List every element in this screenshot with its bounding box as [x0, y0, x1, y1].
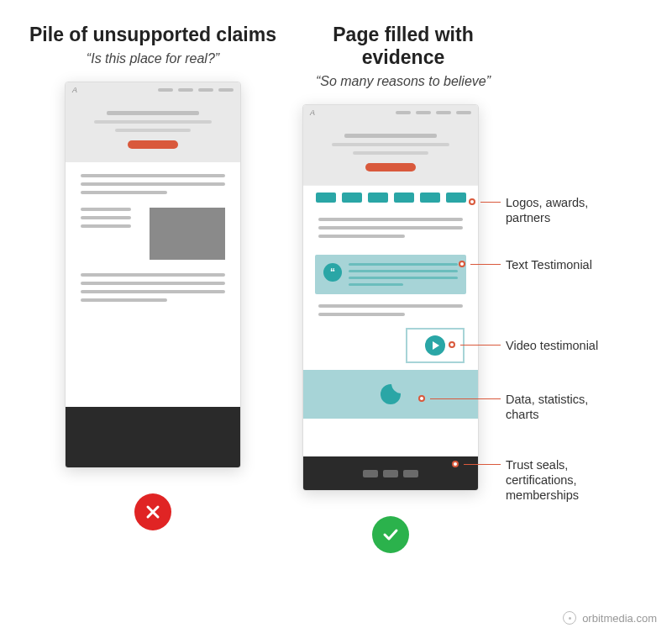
- source-credit: orbitmedia.com: [563, 611, 657, 625]
- hero-section: [66, 98, 240, 162]
- phone-mockup-bad: A: [65, 82, 241, 468]
- callout-dot: [469, 198, 475, 205]
- evidence-stage: A “: [294, 104, 655, 491]
- callout-trust: Trust seals, certifications, memberships: [506, 457, 623, 503]
- cta-button-placeholder: [128, 140, 178, 149]
- nav-placeholder: [396, 111, 471, 114]
- callout-logos: Logos, awards, partners: [506, 195, 623, 225]
- callout-testimonial: Text Testimonial: [506, 257, 623, 272]
- cross-icon: [134, 493, 171, 530]
- callout-dot: [459, 261, 465, 267]
- content-section: [66, 162, 240, 319]
- evidence-column: Page filled with evidence “So many reaso…: [294, 24, 655, 553]
- right-quote: “So many reasons to believe”: [294, 74, 512, 89]
- phone-mockup-good: A “: [302, 104, 479, 491]
- logos-band: [303, 185, 478, 209]
- content-section: [303, 303, 478, 316]
- source-logo-icon: [563, 611, 576, 625]
- comparison-diagram: Pile of unsupported claims “Is this plac…: [0, 0, 672, 553]
- phone-header: A: [303, 105, 478, 120]
- footer-placeholder: [66, 407, 240, 467]
- nav-placeholder: [158, 88, 234, 92]
- cta-button-placeholder: [365, 163, 416, 171]
- text-testimonial: “: [315, 255, 466, 294]
- source-text: orbitmedia.com: [582, 612, 657, 625]
- pie-chart-icon: [381, 384, 401, 404]
- unsupported-claims-column: Pile of unsupported claims “Is this plac…: [27, 24, 279, 553]
- hero-section: [303, 120, 478, 185]
- quote-icon: “: [323, 263, 342, 282]
- callout-dot: [418, 395, 425, 402]
- left-quote: “Is this place for real?”: [27, 51, 279, 66]
- check-icon: [372, 516, 409, 553]
- callout-dot: [452, 461, 459, 467]
- phone-header: A: [66, 82, 240, 98]
- image-placeholder: [150, 208, 225, 260]
- right-heading: Page filled with evidence: [294, 24, 512, 69]
- left-heading: Pile of unsupported claims: [27, 24, 279, 46]
- callout-video: Video testimonial: [506, 338, 623, 353]
- content-section: [303, 209, 478, 246]
- phone-logo: A: [72, 86, 77, 94]
- callout-data: Data, statistics, charts: [506, 392, 623, 422]
- phone-logo: A: [310, 108, 315, 117]
- play-icon: [425, 335, 445, 356]
- callout-dot: [449, 341, 455, 348]
